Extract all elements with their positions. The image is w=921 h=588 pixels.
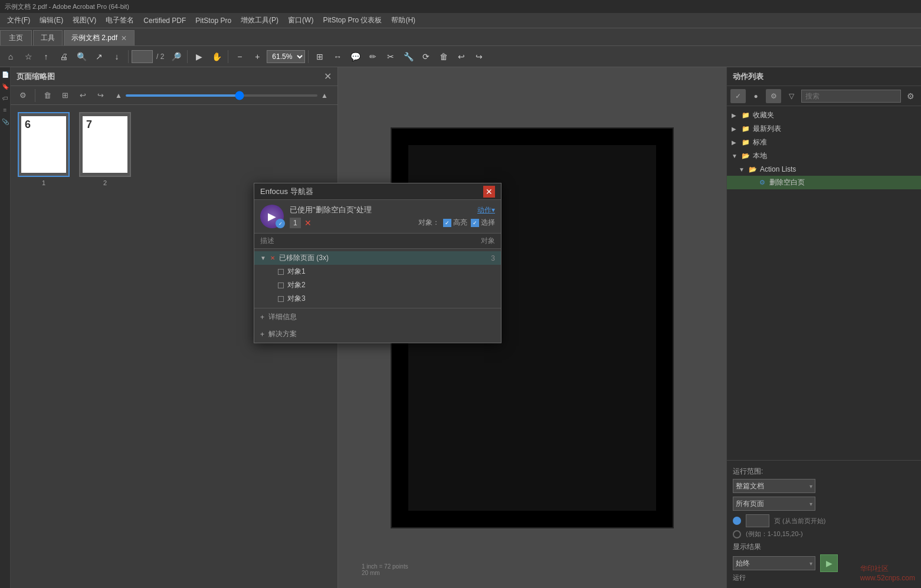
left-nav: 📄 🔖 🏷 ≡ 📎 bbox=[0, 67, 11, 588]
tab-tools[interactable]: 工具 bbox=[33, 30, 63, 45]
dialog-row-removed-pages[interactable]: ▼ ✕ 已移除页面 (3x) 3 bbox=[254, 251, 501, 265]
delete-btn[interactable]: 🗑 bbox=[435, 48, 452, 65]
tree-label-standard: 标准 bbox=[753, 137, 916, 147]
row-text-removed: 已移除页面 (3x) bbox=[279, 253, 471, 263]
object-controls: 对象： ✓ 高亮 ✓ 选择 bbox=[418, 218, 495, 228]
tree-label-delete-blank: 删除空白页 bbox=[769, 178, 916, 188]
row-icon-obj2 bbox=[277, 281, 285, 290]
undo-btn[interactable]: ↩ bbox=[453, 48, 470, 65]
print-btn[interactable]: 🖨 bbox=[55, 48, 72, 65]
replace-btn[interactable]: ⟳ bbox=[418, 48, 434, 65]
menu-view[interactable]: 视图(V) bbox=[68, 14, 101, 27]
nav-icon-attach[interactable]: 📎 bbox=[1, 117, 10, 126]
search-page-btn[interactable]: 🔎 bbox=[168, 48, 184, 65]
select-tool-btn[interactable]: ▶ bbox=[191, 48, 207, 65]
section-solution[interactable]: + 解决方案 bbox=[254, 326, 501, 343]
tree-item-standard[interactable]: ▶ 📁 标准 bbox=[727, 136, 921, 149]
pan-tool-btn[interactable]: ✋ bbox=[208, 48, 225, 65]
tab-document[interactable]: 示例文档 2.pdf ✕ bbox=[64, 30, 135, 45]
rp-settings-btn[interactable]: ⚙ bbox=[903, 89, 917, 103]
panel-insert-btn[interactable]: ⊞ bbox=[57, 88, 73, 103]
page-num-input[interactable]: 2 bbox=[746, 514, 769, 527]
watermark-url: www.52cnps.com bbox=[860, 574, 915, 582]
tree-item-delete-blank[interactable]: ⚙ 删除空白页 bbox=[727, 176, 921, 189]
row-icon-removed: ✕ bbox=[268, 254, 277, 262]
thumb-box-2[interactable]: 7 bbox=[79, 112, 131, 177]
panel-delete-btn[interactable]: 🗑 bbox=[40, 88, 55, 103]
thumb-box-1[interactable]: 6 bbox=[18, 112, 70, 177]
watermark-text: 华印社区 bbox=[860, 564, 915, 574]
zoom-in-btn[interactable]: + bbox=[249, 48, 266, 65]
thumb-num-overlay-1: 6 bbox=[25, 119, 31, 131]
thumbnail-page-2[interactable]: 7 2 bbox=[79, 112, 131, 186]
dialog-row-obj1[interactable]: 对象1 bbox=[254, 265, 501, 278]
rp-filter-btn[interactable]: ▽ bbox=[784, 89, 799, 103]
nav-icon-bookmark[interactable]: 🔖 bbox=[1, 81, 10, 91]
menu-dashboard[interactable]: PitStop Pro 仪表板 bbox=[318, 14, 386, 27]
tree-label-actionlists: Action Lists bbox=[760, 165, 916, 173]
bookmark-btn[interactable]: ☆ bbox=[20, 48, 37, 65]
draw-btn[interactable]: ✏ bbox=[365, 48, 381, 65]
upload-btn[interactable]: ↑ bbox=[38, 48, 54, 65]
section-details[interactable]: + 详细信息 bbox=[254, 308, 501, 326]
menu-edit[interactable]: 编辑(E) bbox=[35, 14, 68, 27]
comment-btn[interactable]: 💬 bbox=[347, 48, 363, 65]
tree-item-local[interactable]: ▼ 📂 本地 bbox=[727, 149, 921, 163]
page-num-row: 2 页 (从当前页开始) bbox=[733, 514, 915, 527]
menu-pitstop[interactable]: PitStop Pro bbox=[191, 15, 236, 27]
search-btn[interactable]: 🔍 bbox=[73, 48, 90, 65]
edit-btn[interactable]: ✂ bbox=[382, 48, 399, 65]
panel-undo-btn[interactable]: ↩ bbox=[75, 88, 90, 103]
rp-gear-btn[interactable]: ⚙ bbox=[766, 89, 781, 103]
highlight-checkbox[interactable]: ✓ 高亮 bbox=[443, 218, 467, 228]
run-button[interactable]: ▶ bbox=[820, 554, 838, 572]
redo-btn[interactable]: ↪ bbox=[471, 48, 487, 65]
nav-icon-page[interactable]: 📄 bbox=[1, 70, 10, 79]
panel-redo-btn[interactable]: ↪ bbox=[93, 88, 108, 103]
rp-circle-btn[interactable]: ● bbox=[748, 89, 763, 103]
radio-page-num[interactable] bbox=[733, 517, 741, 525]
nav-icon-layers[interactable]: ≡ bbox=[1, 105, 10, 114]
thumbnail-page-1[interactable]: 6 1 bbox=[18, 112, 70, 186]
menu-window[interactable]: 窗口(W) bbox=[283, 14, 318, 27]
folder-icon-favorites: 📁 bbox=[741, 111, 750, 120]
main-toolbar: ⌂ ☆ ↑ 🖨 🔍 ↗ ↓ 1 / 2 🔎 ▶ ✋ − + 61.5% ⊞ ↔ … bbox=[0, 46, 921, 67]
select-checkbox[interactable]: ✓ 选择 bbox=[471, 218, 495, 228]
tab-home[interactable]: 主页 bbox=[0, 30, 32, 45]
tab-close-icon[interactable]: ✕ bbox=[121, 34, 127, 42]
radio-page-range[interactable] bbox=[733, 530, 741, 538]
menu-file[interactable]: 文件(F) bbox=[2, 14, 35, 27]
fit-page-btn[interactable]: ⊞ bbox=[312, 48, 328, 65]
dialog-row-obj3[interactable]: 对象3 bbox=[254, 292, 501, 306]
menu-help[interactable]: 帮助(H) bbox=[386, 14, 420, 27]
doc-scope-select[interactable]: 整篇文档 ▾ bbox=[733, 479, 815, 493]
nav-icon-tag[interactable]: 🏷 bbox=[1, 93, 10, 103]
menu-enhance[interactable]: 增效工具(P) bbox=[236, 14, 283, 27]
tree-item-actionlists[interactable]: ▼ 📂 Action Lists bbox=[727, 163, 921, 176]
display-select[interactable]: 始终 ▾ bbox=[733, 556, 815, 570]
right-panel-header: 动作列表 bbox=[727, 67, 921, 86]
fit-width-btn[interactable]: ↔ bbox=[329, 48, 346, 65]
action-link[interactable]: 动作▾ bbox=[477, 205, 495, 215]
row-text-obj3: 对象3 bbox=[287, 294, 471, 304]
dialog-row-obj2[interactable]: 对象2 bbox=[254, 278, 501, 292]
menu-sign[interactable]: 电子签名 bbox=[101, 14, 139, 27]
page-number-input[interactable]: 1 bbox=[132, 50, 153, 63]
rp-check-btn[interactable]: ✓ bbox=[730, 89, 746, 103]
rp-search-input[interactable] bbox=[801, 90, 901, 103]
panel-close-icon[interactable]: ✕ bbox=[324, 71, 332, 82]
action-tree: ▶ 📁 收藏夹 ▶ 📁 最新列表 ▶ 📁 标准 ▼ 📂 本地 bbox=[727, 106, 921, 460]
thumbnail-size-slider[interactable] bbox=[126, 94, 317, 97]
tree-item-favorites[interactable]: ▶ 📁 收藏夹 bbox=[727, 109, 921, 122]
zoom-select[interactable]: 61.5% bbox=[267, 50, 305, 63]
zoom-out-btn[interactable]: − bbox=[231, 48, 248, 65]
home-btn[interactable]: ⌂ bbox=[2, 48, 19, 65]
menu-certified[interactable]: Certified PDF bbox=[139, 15, 191, 27]
fix-btn[interactable]: 🔧 bbox=[400, 48, 417, 65]
share-btn[interactable]: ↗ bbox=[91, 48, 107, 65]
panel-options-btn[interactable]: ⚙ bbox=[15, 88, 31, 103]
download-btn[interactable]: ↓ bbox=[109, 48, 125, 65]
tree-item-recent[interactable]: ▶ 📁 最新列表 bbox=[727, 122, 921, 136]
page-scope-select[interactable]: 所有页面 ▾ bbox=[733, 497, 815, 511]
dialog-close-button[interactable]: ✕ bbox=[483, 186, 495, 198]
